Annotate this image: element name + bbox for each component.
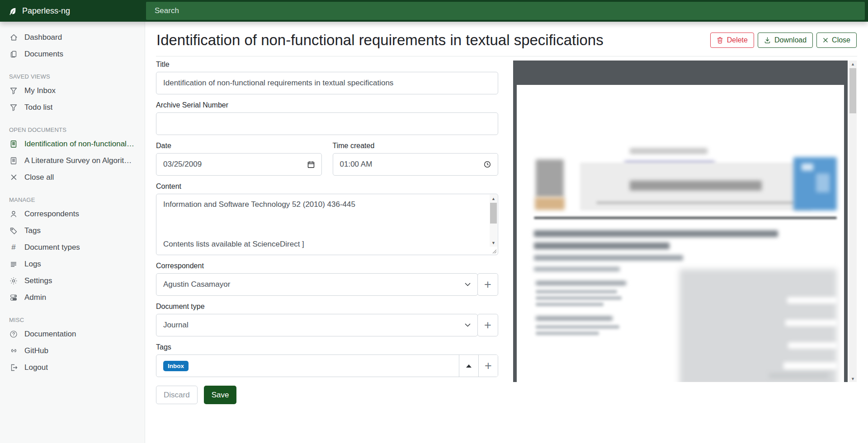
preview-scroll-down-arrow[interactable]: ▼	[849, 375, 857, 382]
sidebar-open-document-1[interactable]: Identification of non-functional require…	[0, 135, 145, 152]
content-label: Content	[156, 182, 498, 191]
content-scrollbar[interactable]: ▲ ▼	[490, 195, 497, 247]
time-value: 01:00 AM	[340, 160, 484, 169]
app-brand-label: Paperless-ng	[22, 6, 70, 16]
sidebar-item-todo-list[interactable]: Todo list	[0, 99, 145, 116]
scroll-down-arrow[interactable]: ▼	[490, 239, 497, 246]
sidebar-section-manage: MANAGE	[9, 196, 136, 203]
close-button-label: Close	[832, 36, 850, 44]
sidebar-item-label: A Literature Survey on Algorithms for Mu…	[24, 156, 136, 165]
time-created-input[interactable]: 01:00 AM	[333, 153, 499, 176]
sidebar-section-open-documents: OPEN DOCUMENTS	[9, 126, 136, 133]
sidebar-section-saved-views: SAVED VIEWS	[9, 73, 136, 80]
sidebar-item-label: Admin	[24, 293, 46, 302]
page-title: Identification of non-functional require…	[156, 32, 604, 49]
save-button[interactable]: Save	[204, 386, 237, 404]
close-button[interactable]: Close	[816, 33, 857, 48]
chevron-down-icon	[465, 283, 471, 286]
pdf-viewer-toolbar	[513, 61, 848, 85]
resize-grip[interactable]	[491, 248, 497, 254]
document-edit-form: Title Archive Serial Number Date 03/25/2…	[156, 61, 498, 404]
caret-up-icon	[466, 364, 472, 368]
sidebar-item-label: Logout	[24, 363, 48, 372]
funnel-icon	[9, 86, 18, 95]
sidebar-item-label: My Inbox	[24, 86, 56, 95]
sidebar-item-documentation[interactable]: Documentation	[0, 326, 145, 342]
sidebar-item-document-types[interactable]: # Document types	[0, 239, 145, 256]
preview-scroll-up-arrow[interactable]: ▲	[849, 61, 857, 67]
scrollbar-thumb[interactable]	[490, 203, 497, 224]
add-correspondent-button[interactable]: +	[477, 273, 498, 296]
sidebar-item-close-all[interactable]: Close all	[0, 169, 145, 186]
sidebar-item-label: Logs	[24, 259, 41, 269]
discard-button[interactable]: Discard	[156, 386, 198, 404]
gear-icon	[9, 276, 18, 285]
list-icon	[9, 260, 18, 269]
pdf-preview-pane: ▲ ▼	[513, 61, 857, 404]
tags-collapse-button[interactable]	[459, 355, 478, 377]
app-brand[interactable]: Paperless-ng	[0, 0, 145, 22]
sidebar-item-my-inbox[interactable]: My Inbox	[0, 82, 145, 99]
chevron-down-icon	[465, 323, 471, 327]
file-text-icon	[9, 140, 18, 149]
calendar-icon[interactable]	[307, 161, 315, 168]
sidebar-item-correspondents[interactable]: Correspondents	[0, 205, 145, 222]
sidebar-item-label: Settings	[24, 276, 52, 285]
sidebar-item-label: Dashboard	[24, 33, 62, 42]
form-actions: Discard Save	[156, 386, 498, 404]
search-input[interactable]	[146, 2, 865, 20]
toggles-icon	[9, 293, 18, 302]
sidebar-item-label: Documents	[24, 49, 63, 59]
tag-badge-inbox[interactable]: Inbox	[163, 361, 189, 371]
pdf-page	[517, 85, 844, 382]
preview-scrollbar[interactable]: ▲ ▼	[849, 61, 857, 382]
sidebar-item-admin[interactable]: Admin	[0, 289, 145, 306]
date-input[interactable]: 03/25/2009	[156, 153, 322, 176]
tags-input[interactable]: Inbox +	[156, 354, 498, 377]
content-line-1: Information and Software Technology 52 (…	[163, 200, 482, 209]
sidebar-item-logs[interactable]: Logs	[0, 256, 145, 272]
leaf-logo-icon	[9, 7, 17, 15]
sidebar: Dashboard Documents SAVED VIEWS My Inbox	[0, 22, 145, 443]
link-icon	[9, 346, 18, 355]
main-content: Identification of non-functional require…	[145, 22, 868, 443]
sidebar-item-label: Document types	[24, 242, 80, 252]
sidebar-open-document-2[interactable]: A Literature Survey on Algorithms for Mu…	[0, 152, 145, 169]
asn-label: Archive Serial Number	[156, 101, 498, 109]
document-type-value: Journal	[163, 321, 189, 330]
download-button[interactable]: Download	[758, 33, 813, 48]
asn-input[interactable]	[156, 112, 498, 135]
scroll-up-arrow[interactable]: ▲	[490, 195, 497, 202]
sidebar-item-documents[interactable]: Documents	[0, 46, 145, 62]
clock-icon[interactable]	[484, 161, 491, 168]
sidebar-item-label: GitHub	[24, 346, 48, 355]
sidebar-item-tags[interactable]: Tags	[0, 222, 145, 239]
sidebar-item-github[interactable]: GitHub	[0, 342, 145, 359]
preview-scrollbar-thumb[interactable]	[849, 68, 856, 113]
files-icon	[9, 50, 18, 59]
sidebar-item-dashboard[interactable]: Dashboard	[0, 29, 145, 46]
date-label: Date	[156, 142, 322, 150]
question-circle-icon	[9, 330, 18, 339]
add-document-type-button[interactable]: +	[477, 314, 498, 336]
sidebar-item-settings[interactable]: Settings	[0, 272, 145, 289]
document-header: Identification of non-functional require…	[156, 22, 857, 56]
title-input[interactable]	[156, 72, 498, 94]
content-line-2: Contents lists available at ScienceDirec…	[163, 240, 482, 249]
sidebar-item-label: Tags	[24, 226, 41, 235]
file-text-icon	[9, 156, 18, 165]
date-value: 03/25/2009	[163, 160, 307, 169]
sidebar-item-logout[interactable]: Logout	[0, 359, 145, 376]
document-type-select[interactable]: Journal	[156, 314, 478, 336]
delete-button-label: Delete	[727, 36, 748, 44]
correspondent-label: Correspondent	[156, 262, 498, 270]
hash-icon: #	[9, 243, 18, 252]
download-button-label: Download	[774, 36, 807, 44]
top-navbar: Paperless-ng	[0, 0, 868, 22]
correspondent-select[interactable]: Agustin Casamayor	[156, 273, 478, 296]
tag-icon	[9, 226, 18, 235]
content-textarea[interactable]: Information and Software Technology 52 (…	[156, 194, 498, 255]
add-tag-button[interactable]: +	[478, 355, 498, 377]
title-label: Title	[156, 61, 498, 69]
delete-button[interactable]: Delete	[710, 33, 754, 48]
